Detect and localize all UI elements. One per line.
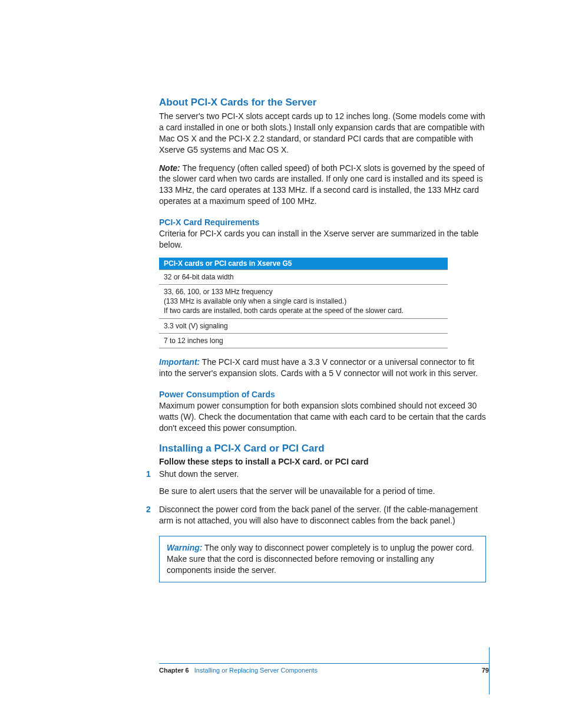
heading-power: Power Consumption of Cards [159, 390, 489, 399]
requirements-table: PCI-X cards or PCI cards in Xserve G5 32… [159, 258, 448, 348]
warning-box: Warning: The only way to disconnect powe… [159, 536, 486, 582]
note-label: Note: [159, 163, 180, 173]
step-1-line-a: Shut down the server. [159, 469, 489, 480]
install-lead: Follow these steps to install a PCI-X ca… [159, 457, 489, 466]
binding-rule [489, 647, 490, 694]
page-footer: Chapter 6 Installing or Replacing Server… [159, 663, 489, 674]
note-paragraph: Note: The frequency (often called speed)… [159, 163, 489, 207]
footer-page-number: 79 [482, 667, 489, 674]
requirements-intro: Criteria for PCI-X cards you can install… [159, 228, 489, 251]
important-body: The PCI-X card must have a 3.3 V connect… [159, 357, 478, 378]
heading-requirements: PCI-X Card Requirements [159, 218, 489, 227]
note-body: The frequency (often called speed) of bo… [159, 163, 484, 206]
warning-label: Warning: [167, 543, 202, 552]
table-row: 33, 66, 100, or 133 MHz frequency (133 M… [159, 285, 448, 319]
table-row: 3.3 volt (V) signaling [159, 318, 448, 333]
warning-body: The only way to disconnect power complet… [167, 543, 474, 575]
step-2: 2 Disconnect the power cord from the bac… [159, 504, 489, 526]
install-steps: 1 Shut down the server. Be sure to alert… [159, 469, 489, 526]
table-header: PCI-X cards or PCI cards in Xserve G5 [159, 258, 448, 270]
step-1-line-b: Be sure to alert users that the server w… [159, 486, 489, 497]
step-number: 1 [146, 469, 151, 480]
table-row: 32 or 64-bit data width [159, 269, 448, 284]
important-label: Important: [159, 357, 200, 367]
heading-about: About PCI-X Cards for the Server [159, 97, 489, 108]
step-2-line: Disconnect the power cord from the back … [159, 504, 489, 526]
table-row: 7 to 12 inches long [159, 333, 448, 348]
heading-install: Installing a PCI-X Card or PCI Card [159, 443, 489, 454]
step-number: 2 [146, 504, 151, 515]
page-content: About PCI-X Cards for the Server The ser… [159, 97, 489, 582]
power-body: Maximum power consumption for both expan… [159, 400, 489, 434]
important-paragraph: Important: The PCI-X card must have a 3.… [159, 357, 489, 379]
footer-title: Installing or Replacing Server Component… [194, 667, 318, 674]
footer-chapter: Chapter 6 [159, 667, 189, 674]
about-paragraph: The server's two PCI-X slots accept card… [159, 111, 489, 156]
step-1: 1 Shut down the server. Be sure to alert… [159, 469, 489, 497]
